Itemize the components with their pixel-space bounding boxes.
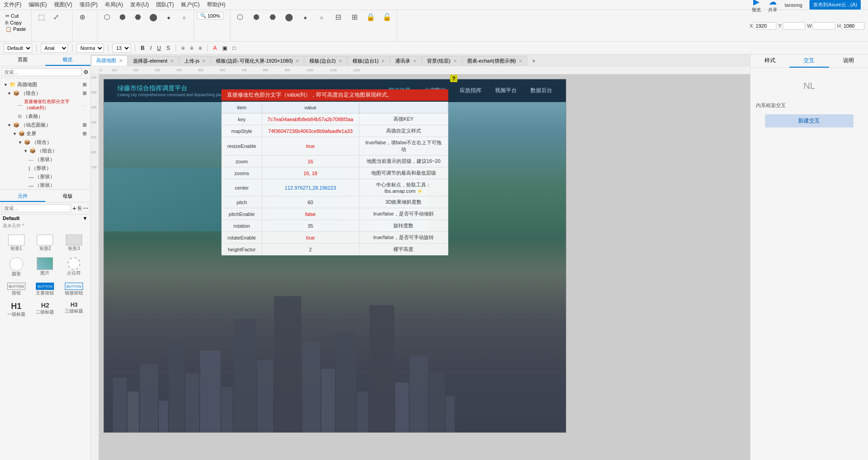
cell-mapstyle-value[interactable]: 74f36047236b4063ce8b9afaadfe1a33	[262, 125, 359, 137]
align-bottom-button[interactable]: ⬦	[315, 12, 329, 22]
cell-key-value[interactable]: 7c7ea04aeabfb8eb84b57a2b7088f3aa	[262, 113, 359, 125]
distribute-v-button[interactable]: ⊞	[348, 12, 361, 22]
publish-button[interactable]: 发布到Axure云...(A)	[809, 0, 861, 10]
comp-placeholder[interactable]: 占位符	[60, 255, 88, 279]
size-select[interactable]: 13	[113, 44, 131, 53]
add-tab-button[interactable]: +	[528, 56, 539, 66]
tool4-button[interactable]: ⬤	[147, 12, 160, 22]
tree-item-gaode-map[interactable]: ▼ 📁 高德地图 ⊞	[2, 80, 88, 89]
lock-button[interactable]: 🔒	[364, 12, 378, 22]
collapse-icon[interactable]: ▼	[83, 215, 88, 221]
tree-item-fullscreen[interactable]: ▼ 📦 全屏 ⊞	[2, 129, 88, 138]
tab-template1[interactable]: 模板(边距-可视化大屏-1920×1080) ✕	[211, 56, 304, 66]
tab-gaode-close[interactable]: ✕	[119, 58, 123, 63]
tab-description[interactable]: 说明	[829, 54, 868, 68]
paste-button[interactable]: 📋 Paste	[5, 26, 26, 33]
menu-file[interactable]: 文件(F)	[4, 1, 21, 9]
tab-background[interactable]: 背景(组层) ✕	[422, 56, 461, 66]
font-select[interactable]: Arial	[41, 44, 68, 53]
distribute-h-button[interactable]: ⊟	[331, 12, 345, 22]
comp-image[interactable]: 图片	[32, 255, 59, 279]
menu-help[interactable]: 帮助(H)	[207, 1, 226, 9]
tab-template2[interactable]: 模板(边台2) ✕	[304, 56, 347, 66]
tab-page[interactable]: 页面	[0, 54, 45, 66]
tree-item-shape2[interactable]: ▶ | （形状）	[2, 164, 88, 172]
border-color-button[interactable]: □	[231, 44, 237, 52]
insert-button[interactable]: ⊕	[75, 12, 89, 22]
tree-item-shape4[interactable]: ▶ — （形状）	[2, 181, 88, 187]
tool1-button[interactable]: ⬡	[100, 12, 114, 22]
tool3-button[interactable]: ⬣	[131, 12, 145, 22]
tab-upload[interactable]: 上传-js ✕	[179, 56, 211, 66]
font-color-button[interactable]: A	[212, 44, 218, 52]
align-right-text-button[interactable]: ≡	[197, 44, 203, 52]
tab-interaction[interactable]: 交互	[790, 54, 829, 68]
cell-height-value[interactable]: 2	[262, 244, 359, 255]
tree-item-table[interactable]: ▶ ⊞ （表格）	[2, 112, 88, 121]
menu-view[interactable]: 视图(V)	[54, 1, 72, 9]
nav-item-data[interactable]: 数据后台	[530, 85, 552, 97]
cell-zoom-value[interactable]: 16	[262, 156, 359, 167]
tree-item-group3[interactable]: ▼ 📦 （组合）	[2, 147, 88, 155]
comp-circle[interactable]: 圆形	[3, 255, 30, 279]
tab-background-close[interactable]: ✕	[453, 59, 457, 64]
tab-template3-close[interactable]: ✕	[381, 59, 385, 64]
tab-selector-close[interactable]: ✕	[170, 59, 174, 64]
tab-contacts[interactable]: 通讯录 ✕	[390, 56, 422, 66]
cell-zooms-value[interactable]: 16, 18	[262, 167, 359, 179]
comp-rect3[interactable]: 矩形3	[60, 233, 88, 254]
tab-elements[interactable]: 元件	[0, 191, 45, 202]
align-left-text-button[interactable]: ≡	[180, 44, 186, 52]
comp-h1[interactable]: H1 一级标题	[3, 300, 30, 319]
tab-selector[interactable]: 选择器-element ✕	[128, 56, 179, 66]
question-mark[interactable]: ?	[450, 75, 457, 82]
filter-icon[interactable]: ⚙	[83, 69, 88, 75]
nav-item-video[interactable]: 视频平台	[495, 85, 517, 97]
selector-mode-button[interactable]: ⬚	[34, 12, 48, 22]
components-search-input[interactable]	[2, 204, 71, 212]
new-interaction-button[interactable]: 新建交互	[765, 114, 853, 127]
cell-rotateenable-value[interactable]: true	[262, 232, 359, 244]
comp-btn-blue[interactable]: BUTTON 主要按钮	[32, 281, 59, 298]
align-left-button[interactable]: ⬡	[233, 12, 247, 22]
tab-template2-close[interactable]: ✕	[338, 59, 342, 64]
tree-item-group2[interactable]: ▼ 📦 （组合）	[2, 138, 88, 147]
italic-button[interactable]: I	[149, 44, 153, 52]
w-input[interactable]	[813, 22, 835, 29]
sidebar-search-input[interactable]	[2, 68, 82, 76]
comp-btn-link[interactable]: BUTTON 链接按钮	[60, 281, 88, 298]
menu-account[interactable]: 账户(C)	[181, 1, 200, 9]
bold-button[interactable]: B	[139, 44, 146, 52]
x-input[interactable]	[754, 22, 776, 29]
tab-contacts-close[interactable]: ✕	[413, 59, 417, 64]
menu-team[interactable]: 团队(T)	[156, 1, 174, 9]
menu-publish[interactable]: 发布(U)	[130, 1, 149, 9]
copy-component-icon[interactable]: ⎘	[78, 205, 81, 211]
tab-template1-close[interactable]: ✕	[295, 59, 299, 64]
tab-echart-close[interactable]: ✕	[519, 59, 522, 64]
style-select[interactable]: Default	[4, 44, 32, 53]
add-component-icon[interactable]: +	[73, 205, 76, 212]
unlock-button[interactable]: 🔓	[380, 12, 394, 22]
align-center-button[interactable]: ⬢	[250, 12, 263, 22]
zoom-display[interactable]: 🔍 100%	[197, 12, 223, 20]
tab-overview[interactable]: 概览	[45, 54, 91, 66]
tree-item-dynamic-panel[interactable]: ▼ 📦 （动态面板） ⊞	[2, 121, 88, 129]
strikethrough-button[interactable]: S	[165, 44, 172, 52]
cell-pitchenable-value[interactable]: false	[262, 208, 359, 220]
h-input[interactable]	[842, 22, 864, 29]
align-top-button[interactable]: ⬤	[282, 12, 296, 22]
cell-rotation-value[interactable]: 35	[262, 220, 359, 232]
comp-rect1[interactable]: 矩形1	[3, 233, 30, 254]
comp-h3[interactable]: H3 三级标题	[60, 300, 88, 319]
menu-edit[interactable]: 编辑(E)	[29, 1, 47, 9]
tool6-button[interactable]: ⬦	[177, 12, 191, 22]
tab-gaode[interactable]: 高德地图 ✕	[91, 55, 128, 66]
tab-echart[interactable]: 图表-echart(饼图示例) ✕	[462, 56, 528, 66]
underline-button[interactable]: U	[156, 44, 162, 52]
tool2-button[interactable]: ⬢	[116, 12, 129, 22]
align-middle-button[interactable]: ⬥	[299, 12, 312, 22]
tree-item-red-text[interactable]: ▶ — 直接修改红色部分文字（value列） …	[2, 98, 88, 112]
more-component-icon[interactable]: ⋯	[83, 205, 88, 211]
cell-resize-value[interactable]: true	[262, 137, 359, 156]
